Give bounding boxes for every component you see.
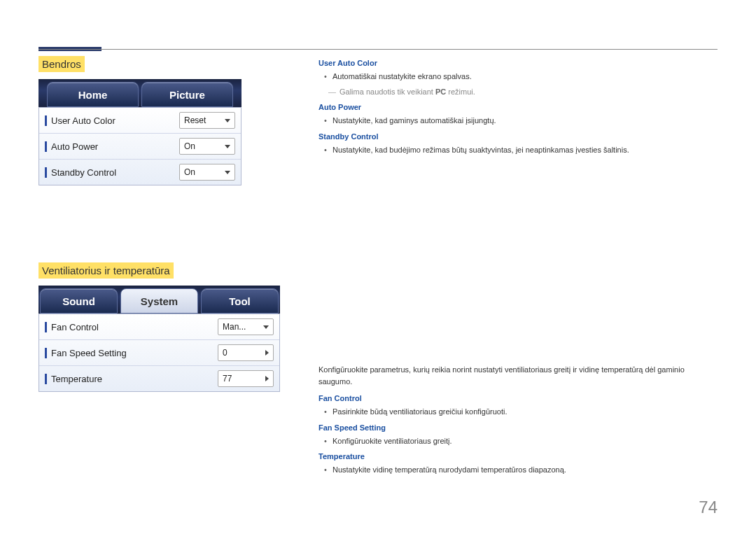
- tab-home-label: Home: [78, 89, 108, 101]
- tab-bar-2: Sound System Tool: [38, 286, 280, 314]
- label-fan-control: Fan Control: [45, 322, 218, 332]
- heading-standby-control: Standby Control: [318, 132, 718, 141]
- value-temperature: 77: [223, 374, 232, 384]
- section-heading-bendros: Bendros: [38, 56, 85, 72]
- tab-sound-label: Sound: [62, 295, 95, 307]
- section-bendros: Bendros Home Picture User Auto Color Res…: [38, 56, 318, 185]
- desc-fan-control: Fan Control Pasirinkite būdą ventiliator…: [318, 394, 718, 417]
- heading-user-auto-color: User Auto Color: [318, 59, 718, 67]
- tab-tool[interactable]: Tool: [201, 288, 279, 314]
- heading-fan-control: Fan Control: [318, 394, 718, 402]
- chevron-down-icon: [225, 145, 230, 148]
- tab-tool-label: Tool: [229, 295, 251, 307]
- note-pre: Galima naudotis tik veikiant: [340, 87, 435, 96]
- label-user-auto-color: User Auto Color: [45, 115, 179, 126]
- bullet-auto-power: Nustatykite, kad gaminys automatiškai įs…: [332, 115, 718, 126]
- value-fan-speed: 0: [223, 348, 227, 358]
- tab-spacer: [40, 82, 44, 107]
- row-temperature: Temperature 77: [39, 366, 279, 391]
- chevron-right-icon: [265, 350, 269, 356]
- tab-picture-label: Picture: [169, 89, 205, 101]
- bullet-standby-control: Nustatykite, kad budėjimo režimas būtų s…: [332, 145, 718, 155]
- desc-fan-speed: Fan Speed Setting Konfigūruokite ventili…: [318, 423, 718, 447]
- dropdown-fan-control[interactable]: Man...: [218, 318, 274, 335]
- page: Bendros Home Picture User Auto Color Res…: [0, 0, 756, 534]
- header-divider: [38, 49, 718, 50]
- tab-home[interactable]: Home: [47, 82, 139, 107]
- label-fan-speed-setting: Fan Speed Setting: [45, 348, 218, 358]
- value-standby-control: On: [184, 167, 195, 177]
- page-number: 74: [699, 498, 718, 517]
- label-temperature: Temperature: [45, 374, 218, 384]
- chevron-down-icon: [225, 171, 230, 174]
- spinner-fan-speed[interactable]: 0: [218, 344, 274, 361]
- left-column: Bendros Home Picture User Auto Color Res…: [38, 56, 318, 481]
- heading-temperature: Temperature: [318, 452, 718, 461]
- value-fan-control: Man...: [223, 322, 246, 332]
- dropdown-user-auto-color[interactable]: Reset: [179, 112, 235, 129]
- row-auto-power: Auto Power On: [39, 134, 241, 160]
- value-user-auto-color: Reset: [184, 115, 206, 125]
- row-fan-speed-setting: Fan Speed Setting 0: [39, 340, 279, 366]
- tab-bar-1: Home Picture: [38, 79, 241, 107]
- note-post: režimui.: [446, 87, 475, 96]
- chevron-right-icon: [265, 376, 269, 381]
- bullet-temperature: Nustatykite vidinę temperatūrą nurodydam…: [332, 465, 718, 475]
- desc-standby-control: Standby Control Nustatykite, kad budėjim…: [318, 132, 718, 155]
- desc-temperature: Temperature Nustatykite vidinę temperatū…: [318, 452, 718, 475]
- intro-fan-temp: Konfigūruokite parametrus, kurių reikia …: [318, 364, 718, 387]
- row-fan-control: Fan Control Man...: [39, 314, 279, 340]
- bullet-user-auto-color: Automatiškai nustatykite ekrano spalvas.: [332, 71, 718, 82]
- desc-auto-power: Auto Power Nustatykite, kad gaminys auto…: [318, 103, 718, 126]
- value-auto-power: On: [184, 141, 195, 151]
- desc-section2: Konfigūruokite parametrus, kurių reikia …: [318, 364, 718, 475]
- tab-picture[interactable]: Picture: [141, 82, 233, 107]
- tab-system-label: System: [141, 295, 178, 307]
- heading-auto-power: Auto Power: [318, 103, 718, 111]
- spinner-temperature[interactable]: 77: [218, 370, 274, 387]
- heading-fan-speed: Fan Speed Setting: [318, 423, 718, 432]
- note-bold: PC: [435, 87, 446, 96]
- settings-body-2: Fan Control Man... Fan Speed Setting 0: [38, 314, 280, 392]
- dropdown-standby-control[interactable]: On: [179, 164, 235, 181]
- section-ventiliatorius: Ventiliatorius ir temperatūra Sound Syst…: [38, 262, 318, 392]
- row-user-auto-color: User Auto Color Reset: [39, 108, 241, 134]
- tab-sound[interactable]: Sound: [40, 288, 118, 314]
- chevron-down-icon: [263, 325, 269, 329]
- row-standby-control: Standby Control On: [39, 160, 241, 185]
- note-user-auto-color: Galima naudotis tik veikiant PC režimui.: [340, 87, 718, 96]
- tab-spacer: [236, 82, 240, 107]
- chevron-down-icon: [225, 119, 230, 122]
- label-auto-power: Auto Power: [45, 141, 179, 152]
- screenshot-fan-temp: Sound System Tool Fan Control Man...: [38, 286, 280, 392]
- settings-body-1: User Auto Color Reset Auto Power On: [38, 107, 241, 185]
- label-standby-control: Standby Control: [45, 167, 179, 178]
- dropdown-auto-power[interactable]: On: [179, 138, 235, 155]
- content-columns: Bendros Home Picture User Auto Color Res…: [38, 56, 718, 481]
- desc-user-auto-color: User Auto Color Automatiškai nustatykite…: [318, 59, 718, 96]
- screenshot-general: Home Picture User Auto Color Reset: [38, 79, 241, 185]
- bullet-fan-control: Pasirinkite būdą ventiliatoriaus greičiu…: [332, 407, 718, 417]
- right-column: User Auto Color Automatiškai nustatykite…: [318, 56, 718, 481]
- tab-system[interactable]: System: [120, 288, 198, 314]
- section-heading-ventiliatorius: Ventiliatorius ir temperatūra: [38, 262, 174, 279]
- bullet-fan-speed: Konfigūruokite ventiliatoriaus greitį.: [332, 436, 718, 447]
